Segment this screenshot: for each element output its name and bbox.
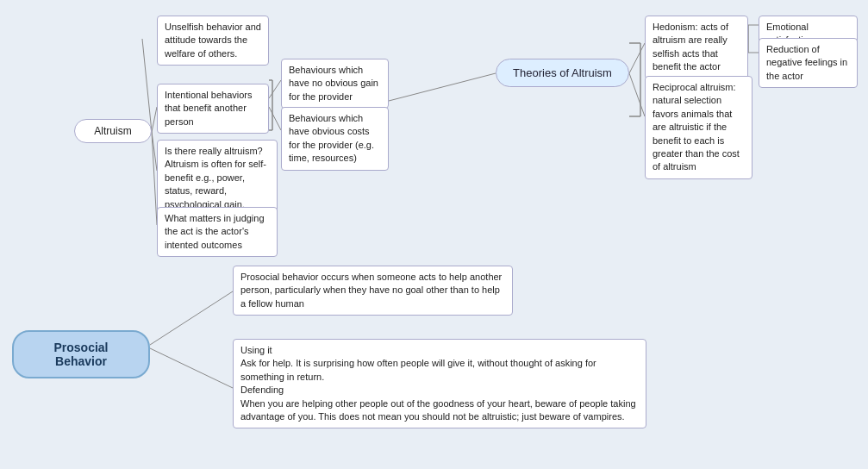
using-it-label: Using it Ask for help. It is surprising … xyxy=(240,345,636,422)
mind-map-canvas: Altruism Unselfish behavior and attitude… xyxy=(0,0,868,469)
svg-line-10 xyxy=(629,43,645,73)
svg-line-5 xyxy=(269,107,281,130)
unselfish-label: Unselfish behavior and attitude towards … xyxy=(165,22,261,59)
intentional-node: Intentional behaviors that benefit anoth… xyxy=(157,84,269,134)
altruism-label: Altruism xyxy=(94,125,131,137)
svg-line-19 xyxy=(150,348,233,388)
prosocial-label: Prosocial Behavior xyxy=(53,341,108,368)
theories-label: Theories of Altruism xyxy=(513,66,612,79)
reduction-node: Reduction of negative feelings in the ac… xyxy=(759,38,858,88)
reduction-label: Reduction of negative feelings in the ac… xyxy=(766,44,847,81)
hedonism-node: Hedonism: acts of altruism are really se… xyxy=(645,16,748,79)
svg-line-0 xyxy=(142,39,152,132)
svg-line-18 xyxy=(150,291,233,345)
behaviours-obvious-node: Behaviours which have obvious costs for … xyxy=(281,107,389,171)
what-matters-label: What matters in judging the act is the a… xyxy=(165,213,265,250)
unselfish-node: Unselfish behavior and attitude towards … xyxy=(157,16,269,66)
is-there-label: Is there really altruism? Altruism is of… xyxy=(165,146,266,209)
hedonism-label: Hedonism: acts of altruism are really se… xyxy=(653,22,728,72)
using-it-node: Using it Ask for help. It is surprising … xyxy=(233,339,646,428)
behaviours-obvious-label: Behaviours which have obvious costs for … xyxy=(289,113,374,163)
prosocial-desc-node: Prosocial behavior occurs when someone a… xyxy=(233,266,513,316)
intentional-label: Intentional behaviors that benefit anoth… xyxy=(165,90,253,127)
theories-node: Theories of Altruism xyxy=(496,59,629,87)
altruism-node: Altruism xyxy=(74,119,152,143)
behaviours-no-label: Behaviours which have no obvious gain fo… xyxy=(289,65,378,102)
prosocial-node: Prosocial Behavior xyxy=(12,330,150,378)
svg-line-11 xyxy=(629,73,645,116)
behaviours-no-node: Behaviours which have no obvious gain fo… xyxy=(281,59,389,109)
is-there-node: Is there really altruism? Altruism is of… xyxy=(157,140,278,216)
reciprocal-node: Reciprocal altruism: natural selection f… xyxy=(645,76,752,179)
prosocial-desc-label: Prosocial behavior occurs when someone a… xyxy=(240,272,502,309)
svg-line-4 xyxy=(269,80,281,98)
reciprocal-label: Reciprocal altruism: natural selection f… xyxy=(653,82,740,172)
what-matters-node: What matters in judging the act is the a… xyxy=(157,207,278,257)
svg-line-9 xyxy=(389,73,496,101)
